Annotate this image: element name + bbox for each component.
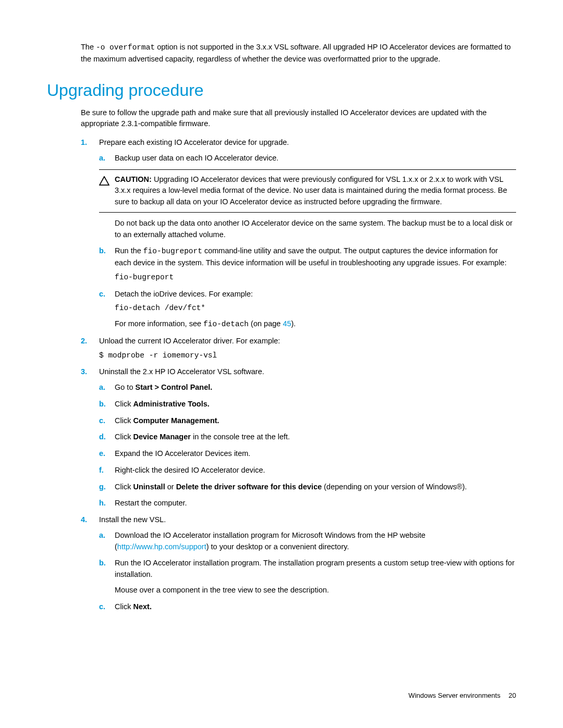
text-pre: Run the: [115, 246, 143, 255]
text-pre: For more information, see: [115, 319, 203, 328]
step-3e: e. Expand the IO Accelerator Devices ite…: [99, 448, 516, 460]
step-2: 2. Unload the current IO Accelerator dri…: [81, 336, 516, 362]
step-3d: d. Click Device Manager in the console t…: [99, 431, 516, 443]
step-3c: c. Click Computer Management.: [99, 415, 516, 427]
sub-letter: h.: [99, 498, 106, 509]
text-post: (depending on your version of Windows®).: [322, 483, 467, 491]
step-4: 4. Install the new VSL. a. Download the …: [81, 514, 516, 612]
post-caution-text: Do not back up the data onto another IO …: [115, 218, 516, 241]
step-1: 1. Prepare each existing IO Accelerator …: [81, 137, 516, 330]
sub-letter: c.: [99, 289, 105, 300]
bold-text: Device Manager: [133, 433, 190, 441]
text-pre: Click: [115, 416, 133, 425]
sub-para: Mouse over a component in the tree view …: [115, 585, 516, 596]
code-example: $ modprobe -r iomemory-vsl: [99, 350, 516, 362]
text-mid: (on page: [249, 319, 283, 328]
sub-text: Detach the ioDrive devices. For example:: [115, 290, 253, 298]
code-example: fio-bugreport: [115, 272, 516, 283]
text-pre: Click: [115, 483, 133, 491]
step-3g: g. Click Uninstall or Delete the driver …: [99, 482, 516, 493]
section-heading: Upgrading procedure: [47, 81, 516, 100]
sub-text: Expand the IO Accelerator Devices item.: [115, 449, 250, 458]
step-text: Prepare each existing IO Accelerator dev…: [99, 138, 289, 146]
text-mid: or: [165, 483, 176, 491]
caution-box: CAUTION: Upgrading IO Accelerator device…: [99, 169, 516, 213]
inline-code: fio-bugreport: [143, 247, 202, 255]
sub-letter: d.: [99, 431, 106, 443]
text-post: in the console tree at the left.: [191, 433, 290, 441]
step-number: 4.: [81, 514, 87, 526]
bold-text: Delete the driver software for this devi…: [176, 483, 322, 491]
sub-letter: g.: [99, 482, 106, 493]
step-text: Uninstall the 2.x HP IO Accelerator VSL …: [99, 367, 264, 376]
bold-text: Computer Management.: [133, 416, 219, 425]
sub-text: Restart the computer.: [115, 499, 187, 507]
sub-text: Backup user data on each IO Accelerator …: [115, 154, 278, 162]
step-1-sublist: a. Backup user data on each IO Accelerat…: [99, 153, 516, 330]
intro-paragraph: The -o overformat option is not supporte…: [81, 42, 516, 65]
step-3a: a. Go to Start > Control Panel.: [99, 382, 516, 393]
sub-text: Right-click the desired IO Accelerator d…: [115, 466, 265, 474]
sub-letter: e.: [99, 448, 105, 460]
step-4-sublist: a. Download the IO Accelerator installat…: [99, 530, 516, 613]
step-1a: a. Backup user data on each IO Accelerat…: [99, 153, 516, 241]
sub-letter: b.: [99, 558, 106, 569]
footer-text: Windows Server environments: [409, 692, 500, 699]
bold-text: Next.: [133, 602, 151, 611]
step-3f: f. Right-click the desired IO Accelerato…: [99, 465, 516, 476]
sub-letter: a.: [99, 530, 105, 541]
more-info: For more information, see fio-detach (on…: [115, 318, 516, 330]
step-4a: a. Download the IO Accelerator installat…: [99, 530, 516, 553]
footer-page-number: 20: [509, 692, 516, 699]
procedure-list: 1. Prepare each existing IO Accelerator …: [81, 137, 516, 612]
sub-letter: f.: [99, 465, 104, 476]
sub-letter: b.: [99, 245, 106, 257]
step-1b: b. Run the fio-bugreport command-line ut…: [99, 245, 516, 283]
step-3-sublist: a. Go to Start > Control Panel. b. Click…: [99, 382, 516, 509]
caution-text: CAUTION: Upgrading IO Accelerator device…: [115, 174, 516, 208]
text-pre: Click: [115, 602, 133, 611]
page-link[interactable]: 45: [283, 319, 291, 328]
bold-text: Uninstall: [133, 483, 165, 491]
sub-letter: a.: [99, 153, 105, 164]
sub-text: Run the fio-bugreport command-line utili…: [115, 246, 507, 267]
sub-letter: b.: [99, 399, 106, 410]
document-page: The -o overformat option is not supporte…: [0, 0, 563, 728]
text-pre: Click: [115, 433, 133, 441]
text-post: ).: [291, 319, 296, 328]
step-4c: c. Click Next.: [99, 601, 516, 613]
step-3b: b. Click Administrative Tools.: [99, 399, 516, 410]
external-link[interactable]: http://www.hp.com/support: [117, 542, 206, 551]
step-3: 3. Uninstall the 2.x HP IO Accelerator V…: [81, 366, 516, 509]
step-number: 1.: [81, 137, 87, 149]
step-number: 3.: [81, 366, 87, 378]
text-post: ) to your desktop or a convenient direct…: [206, 542, 349, 551]
intro-pre: The: [81, 43, 96, 51]
bold-text: Start > Control Panel.: [136, 383, 213, 391]
page-footer: Windows Server environments 20: [409, 692, 516, 699]
step-text: Unload the current IO Accelerator driver…: [99, 337, 280, 345]
step-4b: b. Run the IO Accelerator installation p…: [99, 558, 516, 596]
step-number: 2.: [81, 336, 87, 347]
code-example: fio-detach /dev/fct*: [115, 303, 516, 314]
caution-label: CAUTION:: [115, 175, 152, 183]
bold-text: Administrative Tools.: [133, 400, 209, 408]
intro-code: -o overformat: [96, 43, 155, 52]
section-intro: Be sure to follow the upgrade path and m…: [81, 107, 516, 130]
step-3h: h. Restart the computer.: [99, 498, 516, 509]
sub-letter: a.: [99, 382, 105, 393]
inline-code: fio-detach: [203, 320, 249, 328]
step-text: Install the new VSL.: [99, 515, 166, 524]
sub-letter: c.: [99, 415, 105, 427]
caution-icon: [99, 174, 115, 208]
sub-letter: c.: [99, 601, 105, 613]
text-pre: Go to: [115, 383, 136, 391]
text-pre: Click: [115, 400, 133, 408]
step-1c: c. Detach the ioDrive devices. For examp…: [99, 289, 516, 330]
caution-body: Upgrading IO Accelerator devices that we…: [115, 175, 507, 206]
sub-text: Run the IO Accelerator installation prog…: [115, 559, 515, 578]
